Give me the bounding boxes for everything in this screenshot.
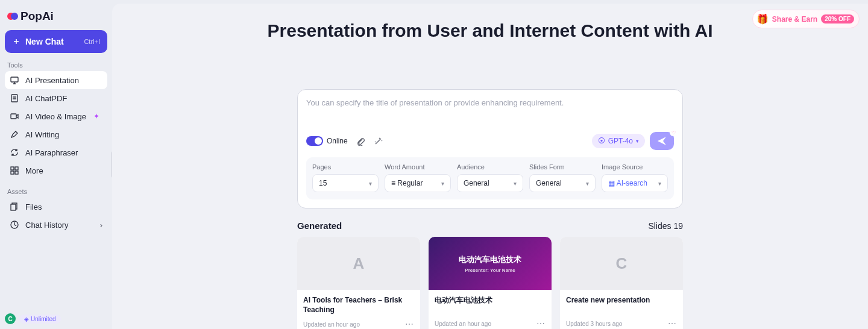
magic-icon[interactable] [374, 137, 383, 146]
card-more-icon[interactable]: ⋯ [536, 319, 546, 328]
diamond-icon: ◈ [24, 316, 29, 322]
model-selector[interactable]: ⦿ GPT-4o ▾ [592, 134, 645, 148]
sidebar-item-ai-writing[interactable]: AI Writing [5, 125, 107, 143]
card-title: 电动汽车电池技术 [435, 296, 546, 314]
sidebar-item-label: AI Writing [25, 130, 59, 139]
chevron-right-icon: › [100, 221, 102, 230]
avatar[interactable]: C [5, 313, 16, 324]
chevron-down-icon: ▾ [658, 180, 661, 187]
opt-image-label: Image Source [602, 163, 668, 171]
pen-icon [10, 130, 19, 139]
sidebar-item-label: AI Presentation [25, 76, 79, 85]
opt-word-select[interactable]: ≡ Regular▾ [385, 174, 451, 192]
refresh-icon [10, 148, 19, 157]
card-item[interactable]: 电动汽车电池技术 Presenter: Your Name 电动汽车电池技术 U… [429, 237, 552, 329]
opt-word-label: Word Amount [385, 163, 451, 171]
card-item[interactable]: A AI Tools for Teachers – Brisk Teaching… [297, 237, 420, 329]
opt-value: ≡ Regular [391, 179, 423, 187]
opt-audience-label: Audience [457, 163, 523, 171]
sidebar-item-ai-video-image[interactable]: AI Video & Image ✦ [5, 107, 107, 125]
plan-label: Unlimited [31, 316, 56, 322]
sidebar-item-label: Files [25, 202, 42, 212]
opt-value: 15 [319, 179, 327, 187]
chevron-down-icon: ▾ [636, 138, 639, 144]
sidebar-footer: C ◈ Unlimited [5, 313, 61, 324]
svg-rect-3 [11, 95, 17, 102]
opt-audience-select[interactable]: General▾ [457, 174, 523, 192]
share-earn-button[interactable]: 🎁 Share & Earn 20% OFF [752, 10, 860, 28]
grid-icon [10, 166, 19, 175]
opt-image-select[interactable]: ▦ AI-search▾ [602, 174, 668, 192]
card-thumb: A [297, 237, 420, 290]
opt-value: General [536, 179, 562, 187]
sidebar-item-ai-paraphraser[interactable]: AI Paraphraser [5, 143, 107, 161]
generated-title: Generated [297, 221, 342, 231]
card-title: Create new presentation [566, 296, 677, 314]
plan-badge[interactable]: ◈ Unlimited [19, 315, 61, 324]
svg-rect-4 [11, 114, 16, 119]
pdf-icon [10, 93, 19, 103]
thumb-sub: Presenter: Your Name [465, 268, 515, 273]
svg-rect-2 [11, 77, 18, 82]
card-meta: Updated 3 hours ago [566, 321, 622, 327]
online-label: Online [327, 137, 348, 145]
card-item[interactable]: C Create new presentation Updated 3 hour… [560, 237, 683, 329]
share-earn-label: Share & Earn [772, 15, 817, 24]
chevron-down-icon: ▾ [586, 180, 589, 187]
sidebar-item-ai-chatpdf[interactable]: AI ChatPDF [5, 89, 107, 107]
card-thumb: 电动汽车电池技术 Presenter: Your Name [429, 237, 552, 290]
opt-slides-label: Slides Form [529, 163, 596, 171]
prompt-input[interactable] [306, 98, 674, 107]
opt-slides-select[interactable]: General▾ [529, 174, 596, 192]
card-more-icon[interactable]: ⋯ [405, 319, 414, 329]
sidebar: PopAi ＋ New Chat Ctrl+I Tools AI Present… [0, 0, 112, 329]
sidebar-item-files[interactable]: Files [5, 198, 107, 216]
svg-point-1 [11, 13, 18, 20]
sidebar-item-label: Chat History [25, 221, 69, 230]
presentation-icon [10, 75, 19, 85]
video-icon [10, 111, 19, 121]
sidebar-item-chat-history[interactable]: Chat History › [5, 216, 107, 234]
sparkle-icon: ✦ [93, 112, 99, 121]
sidebar-item-ai-presentation[interactable]: AI Presentation [5, 71, 107, 89]
section-assets-label: Assets [7, 188, 107, 195]
discount-badge: 20% OFF [821, 14, 854, 24]
svg-rect-8 [15, 171, 18, 174]
chevron-down-icon: ▾ [514, 180, 517, 187]
opt-pages-select[interactable]: 15▾ [312, 174, 379, 192]
card-meta: Updated an hour ago [435, 321, 491, 327]
chevron-down-icon: ▾ [369, 180, 372, 187]
files-icon [10, 202, 19, 212]
card-meta: Updated an hour ago [303, 321, 360, 328]
image-icon: ▦ [608, 179, 615, 187]
card-thumb: C [560, 237, 683, 290]
sidebar-item-label: AI Paraphraser [25, 148, 78, 157]
send-button[interactable]: ♡ [650, 132, 674, 150]
online-toggle[interactable] [306, 136, 323, 146]
history-icon [10, 220, 19, 230]
logo[interactable]: PopAi [5, 5, 107, 30]
svg-rect-5 [11, 167, 14, 170]
model-label: GPT-4o [608, 137, 633, 145]
gift-icon: 🎁 [756, 13, 769, 25]
sidebar-item-label: AI ChatPDF [25, 94, 67, 103]
plus-icon: ＋ [12, 36, 20, 47]
composer: Online ⦿ GPT-4o ▾ ♡ [297, 89, 683, 208]
logo-icon [7, 11, 18, 22]
chevron-down-icon: ▾ [441, 180, 444, 187]
new-chat-button[interactable]: ＋ New Chat Ctrl+I [5, 30, 107, 53]
kbd-shortcut: Ctrl+I [84, 38, 100, 45]
main-content: 🎁 Share & Earn 20% OFF Presentation from… [112, 4, 868, 329]
card-title: AI Tools for Teachers – Brisk Teaching [303, 296, 414, 315]
opt-value: ▦ AI-search [608, 179, 647, 187]
thumb-title: 电动汽车电池技术 [459, 254, 521, 265]
generated-count: Slides 19 [648, 221, 683, 231]
sidebar-item-more[interactable]: More [5, 161, 107, 180]
cards-row: A AI Tools for Teachers – Brisk Teaching… [297, 237, 683, 329]
opt-pages-label: Pages [312, 163, 379, 171]
svg-rect-7 [11, 171, 14, 174]
svg-rect-10 [11, 204, 16, 210]
model-icon: ⦿ [598, 137, 605, 145]
card-more-icon[interactable]: ⋯ [668, 319, 677, 328]
attachment-icon[interactable] [356, 137, 365, 146]
